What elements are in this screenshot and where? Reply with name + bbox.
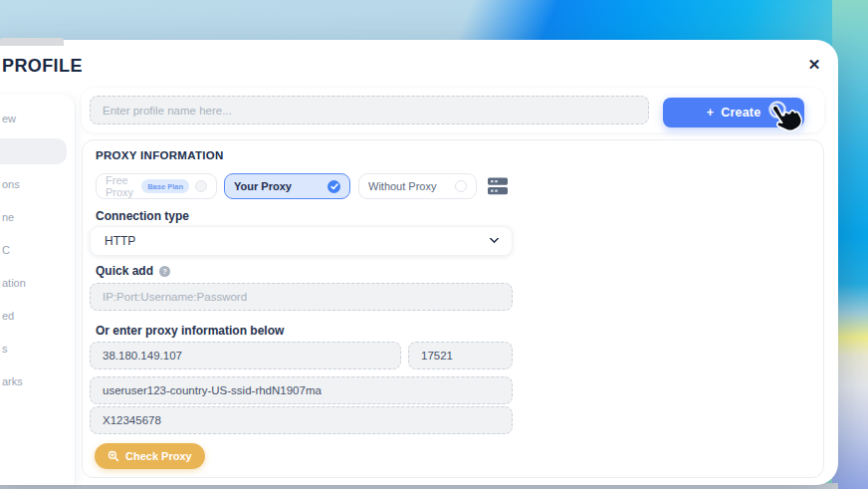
your-proxy-label: Your Proxy (234, 180, 292, 192)
sidebar-item-overview[interactable]: ew (0, 102, 75, 134)
without-proxy-label: Without Proxy (368, 180, 436, 192)
sidebar-item-geolocation[interactable]: ation (0, 266, 75, 299)
sidebar-item-bookmarks[interactable]: arks (0, 365, 75, 397)
background-tab-fragment (0, 38, 64, 46)
page-title: PROFILE (2, 56, 83, 77)
chevron-down-icon (490, 233, 500, 243)
connection-type-value: HTTP (105, 234, 135, 248)
selected-check-icon (327, 180, 340, 193)
option-without-proxy[interactable]: Without Proxy (358, 173, 477, 199)
check-proxy-label: Check Proxy (125, 450, 192, 462)
proxy-list-server-icon[interactable] (487, 176, 509, 196)
profile-name-input[interactable] (90, 96, 649, 124)
proxy-section-title: PROXY INFORMATION (96, 149, 224, 161)
close-button[interactable]: ✕ (802, 53, 826, 77)
option-your-proxy[interactable]: Your Proxy (224, 173, 350, 199)
sidebar-item-cookies[interactable]: s (0, 332, 75, 365)
option-free-proxy[interactable]: Free Proxy Base Plan (96, 173, 217, 199)
free-proxy-label: Free Proxy (106, 174, 135, 198)
create-button-label: Create (721, 106, 760, 120)
magnifier-icon (108, 450, 119, 462)
quick-add-input[interactable] (90, 283, 513, 311)
profile-sections-sidebar: ew ons ne C ation ed s arks (0, 95, 76, 485)
screen: PROFILE ✕ ew ons ne C ation ed s arks + … (0, 0, 868, 489)
radio-icon (195, 180, 207, 192)
proxy-port-input[interactable] (408, 342, 513, 369)
create-button[interactable]: + Create (663, 98, 804, 127)
sidebar-item-timezone[interactable]: ne (0, 200, 75, 233)
sidebar-item-proxy-selected[interactable] (0, 138, 67, 164)
proxy-username-input[interactable] (90, 376, 513, 404)
proxy-ip-input[interactable] (90, 342, 401, 369)
sidebar-item-extensions[interactable]: ons (0, 167, 75, 200)
proxy-password-input[interactable] (90, 406, 513, 434)
quick-add-label: Quick add (96, 264, 153, 278)
plus-icon: + (707, 106, 715, 120)
quick-add-label-row: Quick add ? (96, 264, 170, 278)
connection-type-label: Connection type (96, 209, 189, 223)
radio-icon (455, 180, 467, 192)
close-icon: ✕ (808, 56, 821, 74)
sidebar-item-advanced[interactable]: ed (0, 299, 75, 332)
manual-proxy-label: Or enter proxy information below (96, 324, 284, 338)
sidebar-item-webrtc[interactable]: C (0, 233, 75, 266)
connection-type-select[interactable]: HTTP (90, 226, 513, 256)
check-proxy-button[interactable]: Check Proxy (95, 443, 205, 469)
base-plan-badge: Base Plan (141, 179, 189, 193)
help-icon[interactable]: ? (159, 266, 170, 277)
